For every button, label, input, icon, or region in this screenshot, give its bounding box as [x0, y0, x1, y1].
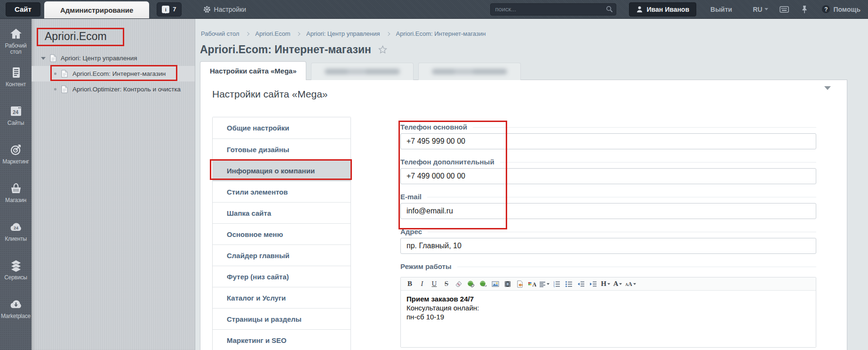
address-input[interactable] [400, 238, 816, 254]
tab-site-settings-mega[interactable]: Настройки сайта «Mega» [200, 61, 306, 80]
menu-item-element-styles[interactable]: Стили элементов [213, 181, 350, 202]
menu-item-footer[interactable]: Футер (низ сайта) [213, 266, 350, 287]
breadcrumb-item[interactable]: Apriori.Ecom: Интернет-магазин [396, 30, 486, 37]
indent-button[interactable] [588, 279, 598, 289]
store-icon [9, 182, 23, 195]
chevron-down-icon [619, 283, 622, 285]
sidebar-item-label: Marketplace [1, 313, 31, 319]
menu-item-pages-sections[interactable]: Страницы и разделы [213, 308, 350, 329]
logout-link[interactable]: Выйти [710, 6, 732, 13]
phone-extra-input[interactable] [400, 168, 816, 184]
sites-icon: 24 [9, 105, 23, 118]
menu-item-main-slider[interactable]: Слайдер главный [213, 244, 350, 266]
notifications-button[interactable]: i 7 [157, 2, 181, 16]
bold-button[interactable]: B [405, 279, 415, 289]
tree-item-internet-shop[interactable]: Apriori.Ecom: Интернет-магазин [32, 66, 195, 81]
tab-blurred-2[interactable] [418, 63, 521, 80]
tab-site-label: Сайт [15, 5, 32, 13]
settings-button[interactable]: Настройки [203, 6, 247, 13]
insert-image-button[interactable] [490, 279, 501, 289]
search-input[interactable] [490, 3, 616, 16]
italic-button[interactable]: I [417, 279, 427, 289]
sidebar-item-label: Рабочий стол [0, 43, 32, 55]
remove-format-button[interactable] [454, 279, 464, 289]
company-info-form: Телефон основной Телефон дополнительный … [400, 117, 816, 350]
user-button[interactable]: Иван Иванов [629, 2, 697, 16]
page-title: Apriori.Ecom: Интернет-магазин [200, 43, 371, 56]
menu-item-site-header[interactable]: Шапка сайта [213, 202, 350, 223]
top-bar: Сайт Администрирование i 7 Настройки [0, 0, 868, 19]
editor-content[interactable]: Прием заказов 24/7 Консультация онлайн: … [401, 291, 816, 347]
sidebar-item-label: Контент [6, 81, 26, 88]
notification-count: 7 [173, 6, 176, 13]
tree-item-label: Apriori.Ecom: Интернет-магазин [72, 70, 166, 77]
sidebar-item-marketplace[interactable]: Marketplace [0, 295, 32, 334]
tree-item-label: Apriori.Optimizer: Контроль и очистка [72, 86, 181, 93]
collapse-arrow-icon[interactable] [822, 88, 833, 100]
bullet-icon [54, 73, 56, 75]
breadcrumb-item[interactable]: Рабочий стол [201, 30, 239, 37]
page-tabs: Настройки сайта «Mega» [200, 61, 847, 80]
chevron-down-icon [764, 8, 768, 10]
insert-link-button[interactable] [466, 279, 476, 289]
tab-administration[interactable]: Администрирование [44, 1, 149, 18]
insert-snippet-button[interactable] [515, 279, 525, 289]
menu-item-company-info[interactable]: Информация о компании [213, 160, 350, 181]
font-color-button[interactable]: A [527, 279, 537, 289]
sidebar-item-desktop[interactable]: Рабочий стол [0, 24, 32, 63]
font-size-button[interactable]: A [613, 279, 623, 289]
strikethrough-button[interactable]: S [441, 279, 452, 289]
field-label-working-hours: Режим работы [400, 262, 816, 271]
sidebar-item-content[interactable]: Контент [0, 63, 32, 102]
help-link[interactable]: ? Помощь [822, 5, 860, 13]
outdent-icon [577, 281, 585, 287]
field-label-phone-extra: Телефон дополнительный [400, 157, 816, 166]
svg-text:24: 24 [12, 109, 18, 115]
align-button[interactable] [539, 279, 549, 289]
text-case-button[interactable]: A A [625, 279, 636, 289]
favorite-star-icon[interactable] [378, 45, 388, 55]
tree-item-control-center[interactable]: Apriori: Центр управления [32, 50, 195, 66]
tree-list: Apriori: Центр управления Apriori.Ecom: … [32, 50, 195, 97]
font-color-icon: A [528, 280, 536, 288]
outdent-button[interactable] [576, 279, 586, 289]
menu-item-marketing-seo[interactable]: Маркетинг и SEO [213, 329, 350, 350]
menu-item-general[interactable]: Общие настройки [213, 117, 350, 138]
underline-button[interactable]: U [429, 279, 439, 289]
menu-item-designs[interactable]: Готовые дизайны [213, 138, 350, 160]
rich-text-editor: B I U S [400, 277, 816, 348]
heading-button[interactable]: H [600, 279, 611, 289]
insert-video-button[interactable] [502, 279, 513, 289]
language-selector[interactable]: RU [753, 6, 768, 13]
sidebar-item-marketing[interactable]: Маркетинг [0, 140, 32, 179]
content-icon [9, 66, 23, 79]
bullet-list-icon [565, 281, 573, 287]
services-icon [9, 259, 23, 272]
keyboard-icon[interactable] [780, 6, 789, 13]
sidebar-item-clients[interactable]: 24 Клиенты [0, 218, 32, 256]
expand-arrow-icon[interactable] [41, 57, 46, 60]
chevron-right-icon [386, 32, 390, 35]
menu-item-catalog-services[interactable]: Каталог и Услуги [213, 287, 350, 308]
align-left-icon [539, 281, 546, 287]
unordered-list-button[interactable] [564, 279, 574, 289]
email-input[interactable] [400, 203, 816, 219]
ordered-list-button[interactable]: 123 [551, 279, 562, 289]
menu-item-main-menu[interactable]: Основное меню [213, 223, 350, 244]
document-icon [61, 70, 68, 78]
svg-text:3: 3 [553, 285, 555, 287]
tree-item-optimizer[interactable]: Apriori.Optimizer: Контроль и очистка [32, 81, 195, 97]
breadcrumb-item[interactable]: Apriori.Ecom [255, 30, 290, 37]
phone-main-input[interactable] [400, 133, 816, 149]
field-label-address: Адрес [400, 227, 816, 236]
breadcrumb-item[interactable]: Apriori: Центр управления [306, 30, 380, 37]
pin-icon[interactable] [801, 5, 808, 14]
sidebar-item-store[interactable]: Магазин [0, 179, 32, 218]
film-icon [504, 280, 511, 288]
remove-link-button[interactable] [478, 279, 488, 289]
tab-site[interactable]: Сайт [6, 2, 40, 16]
sidebar-item-sites[interactable]: 24 Сайты [0, 102, 32, 140]
tab-blurred-1[interactable] [311, 63, 414, 80]
chevron-down-icon [547, 283, 549, 285]
sidebar-item-services[interactable]: Сервисы [0, 256, 32, 295]
